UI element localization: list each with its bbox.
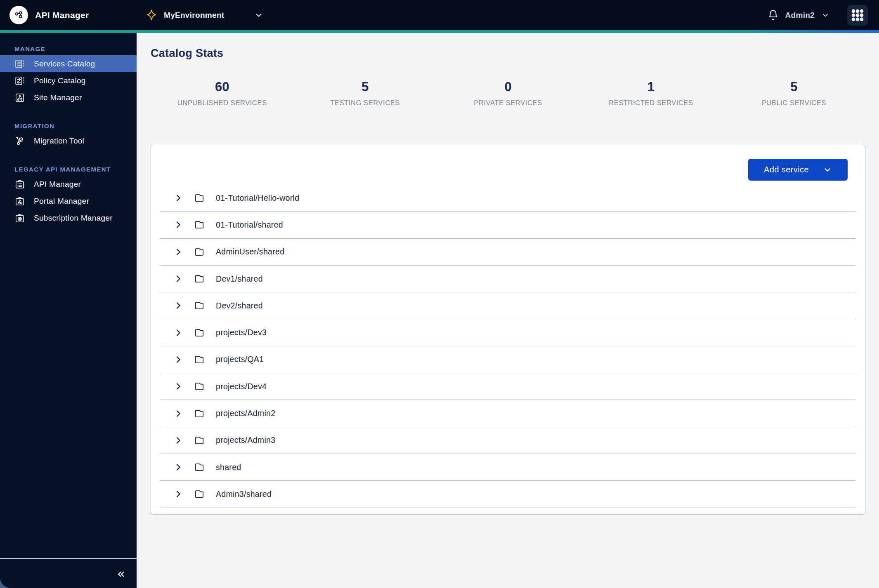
user-chevron-down-icon <box>821 11 829 19</box>
stat-unpublished: 60 UNPUBLISHED SERVICES <box>151 80 293 107</box>
sidebar-item-label: Site Manager <box>34 93 82 102</box>
sidebar-item-portal-manager[interactable]: Portal Manager <box>0 193 137 209</box>
chevron-right-icon[interactable] <box>174 489 183 499</box>
user-name: Admin2 <box>785 11 815 20</box>
sidebar-item-migration-tool[interactable]: Migration Tool <box>0 132 137 149</box>
sidebar-collapse-button[interactable]: « <box>117 567 125 580</box>
chevron-right-icon[interactable] <box>174 355 183 364</box>
folder-icon <box>194 381 205 392</box>
stat-label: TESTING SERVICES <box>293 99 436 107</box>
add-service-chevron-down-icon <box>823 165 832 174</box>
app-switcher-button[interactable] <box>847 5 868 26</box>
folder-icon <box>194 327 205 338</box>
stat-testing: 5 TESTING SERVICES <box>293 80 436 107</box>
stat-label: PRIVATE SERVICES <box>437 99 579 107</box>
folder-row[interactable]: projects/Admin2 <box>160 400 856 427</box>
environment-name: MyEnvironment <box>164 11 224 20</box>
services-card: Add service 01-Tutorial/Hello-world 01-T… <box>151 145 865 515</box>
folder-name: 01-Tutorial/shared <box>216 220 283 230</box>
sidebar-item-label: Migration Tool <box>34 136 84 146</box>
sidebar-item-label: Portal Manager <box>34 197 89 206</box>
folder-row[interactable]: 01-Tutorial/Hello-world <box>160 185 856 212</box>
header-accent-bar <box>0 30 879 33</box>
environment-selector[interactable]: MyEnvironment <box>145 0 263 30</box>
graph-logo-icon <box>13 9 25 21</box>
folder-name: projects/Admin3 <box>216 435 275 445</box>
catalog-stats-row: 60 UNPUBLISHED SERVICES 5 TESTING SERVIC… <box>151 80 865 107</box>
folder-icon <box>194 354 205 365</box>
folder-row[interactable]: Dev1/shared <box>160 266 856 292</box>
folder-name: projects/Admin2 <box>216 409 275 418</box>
sparkle-icon <box>145 9 158 21</box>
stat-value: 5 <box>293 80 436 94</box>
policy-catalog-icon <box>14 75 25 86</box>
sidebar-section-manage: MANAGE Services Catalog <box>0 45 137 106</box>
folder-row[interactable]: AdminUser/shared <box>160 239 856 266</box>
folder-row[interactable]: projects/QA1 <box>160 346 856 373</box>
folder-icon <box>194 435 205 446</box>
site-manager-icon <box>14 92 25 103</box>
sidebar-item-subscription-manager[interactable]: Subscription Manager <box>0 209 137 226</box>
chevron-right-icon[interactable] <box>174 409 183 418</box>
folder-name: AdminUser/shared <box>216 247 284 256</box>
section-label-legacy: LEGACY API MANAGEMENT <box>14 166 137 173</box>
folder-row[interactable]: projects/Admin3 <box>160 427 856 454</box>
folder-icon <box>194 489 205 499</box>
sidebar-item-policy-catalog[interactable]: Policy Catalog <box>0 72 137 89</box>
folder-row[interactable]: shared <box>160 454 856 481</box>
chevron-right-icon[interactable] <box>174 382 183 391</box>
chevron-right-icon[interactable] <box>174 274 183 283</box>
sidebar-item-label: API Manager <box>34 180 81 189</box>
folder-name: Admin3/shared <box>216 489 272 499</box>
folder-name: projects/Dev3 <box>216 328 267 337</box>
sidebar-item-api-manager[interactable]: API Manager <box>0 176 137 193</box>
chevron-right-icon[interactable] <box>174 328 183 337</box>
stat-private: 0 PRIVATE SERVICES <box>437 80 579 107</box>
chevron-right-icon[interactable] <box>174 193 183 202</box>
sidebar: MANAGE Services Catalog <box>0 33 137 588</box>
folder-icon <box>194 247 205 257</box>
section-label-manage: MANAGE <box>14 45 137 52</box>
user-menu[interactable]: Admin2 <box>768 0 829 30</box>
chevron-right-icon[interactable] <box>174 463 183 472</box>
chevron-right-icon[interactable] <box>174 247 183 256</box>
folder-icon <box>194 408 205 419</box>
add-service-button[interactable]: Add service <box>748 159 848 181</box>
legacy-api-manager-icon <box>14 179 25 190</box>
add-service-label: Add service <box>764 165 809 174</box>
stat-label: PUBLIC SERVICES <box>723 99 865 107</box>
bell-icon[interactable] <box>768 9 779 21</box>
portal-manager-icon <box>14 196 25 207</box>
app-logo <box>9 6 28 24</box>
stat-value: 60 <box>151 80 293 94</box>
sidebar-item-label: Services Catalog <box>34 59 95 68</box>
sidebar-footer: « <box>0 558 137 588</box>
folder-row[interactable]: Dev2/shared <box>160 292 856 319</box>
folder-list: 01-Tutorial/Hello-world 01-Tutorial/shar… <box>151 185 865 508</box>
sidebar-item-label: Policy Catalog <box>34 76 86 85</box>
sidebar-item-services-catalog[interactable]: Services Catalog <box>0 55 137 72</box>
subscription-manager-icon <box>14 213 25 223</box>
folder-row[interactable]: 01-Tutorial/shared <box>160 212 856 238</box>
folder-name: projects/QA1 <box>216 355 264 364</box>
stat-restricted: 1 RESTRICTED SERVICES <box>579 80 722 107</box>
chevron-right-icon[interactable] <box>174 220 183 229</box>
folder-name: projects/Dev4 <box>216 382 267 391</box>
sidebar-item-site-manager[interactable]: Site Manager <box>0 89 137 106</box>
environment-chevron-down-icon <box>254 11 263 20</box>
folder-icon <box>194 219 205 230</box>
services-catalog-icon <box>14 59 25 69</box>
sidebar-item-label: Subscription Manager <box>34 214 113 223</box>
folder-icon <box>194 462 205 473</box>
folder-row[interactable]: projects/Dev4 <box>160 373 856 400</box>
chevron-right-icon[interactable] <box>174 436 183 445</box>
stat-value: 5 <box>723 80 865 94</box>
folder-name: Dev1/shared <box>216 274 263 284</box>
section-label-migration: MIGRATION <box>14 122 137 129</box>
folder-name: shared <box>216 463 241 472</box>
chevron-right-icon[interactable] <box>174 301 183 310</box>
folder-row[interactable]: projects/Dev3 <box>160 319 856 346</box>
sidebar-section-legacy: LEGACY API MANAGEMENT API Manager <box>0 166 137 226</box>
folder-row[interactable]: Admin3/shared <box>160 481 856 508</box>
folder-icon <box>194 300 205 311</box>
